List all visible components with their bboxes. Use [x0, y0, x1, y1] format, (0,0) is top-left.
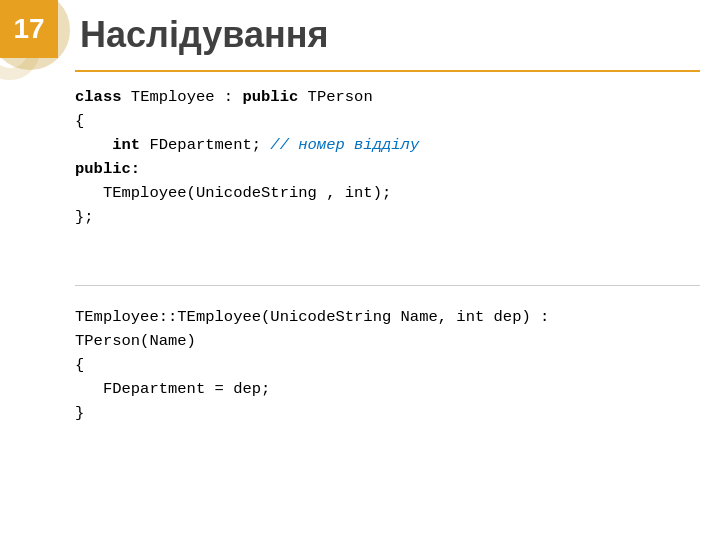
code-line-m3: {: [75, 353, 700, 377]
slide-title: Наслідування: [80, 14, 700, 56]
slide-number-text: 17: [13, 13, 44, 45]
kw-int: int: [112, 136, 140, 154]
mid-divider: [75, 285, 700, 286]
code-block-2: TEmployee::TEmployee(UnicodeString Name,…: [75, 305, 700, 425]
code-line-3: int FDepartment; // номер відділу: [75, 133, 700, 157]
code-line-6: };: [75, 205, 700, 229]
code-block-1: class TEmployee : public TPerson { int F…: [75, 85, 700, 229]
code-line-1: class TEmployee : public TPerson: [75, 85, 700, 109]
kw-public: public: [242, 88, 298, 106]
code-line-m1: TEmployee::TEmployee(UnicodeString Name,…: [75, 305, 700, 329]
kw-class: class: [75, 88, 122, 106]
code-line-m4: FDepartment = dep;: [75, 377, 700, 401]
indent-1: [75, 136, 103, 154]
slide: 17 Наслідування class TEmployee : public…: [0, 0, 720, 540]
code-line-m5: }: [75, 401, 700, 425]
code-line-5: TEmployee(UnicodeString , int);: [75, 181, 700, 205]
text-temployee: TEmployee :: [131, 88, 243, 106]
code-line-4: public:: [75, 157, 700, 181]
text-tperson: TPerson: [308, 88, 373, 106]
code-line-2: {: [75, 109, 700, 133]
top-divider: [75, 70, 700, 72]
kw-public-colon: public:: [75, 160, 140, 178]
slide-number-badge: 17: [0, 0, 58, 58]
text-constructor-decl: TEmployee(UnicodeString , int);: [75, 184, 391, 202]
code-line-m2: TPerson(Name): [75, 329, 700, 353]
comment-nomerviddilu: // номер відділу: [270, 136, 419, 154]
text-fdepartment: FDepartment;: [149, 136, 270, 154]
